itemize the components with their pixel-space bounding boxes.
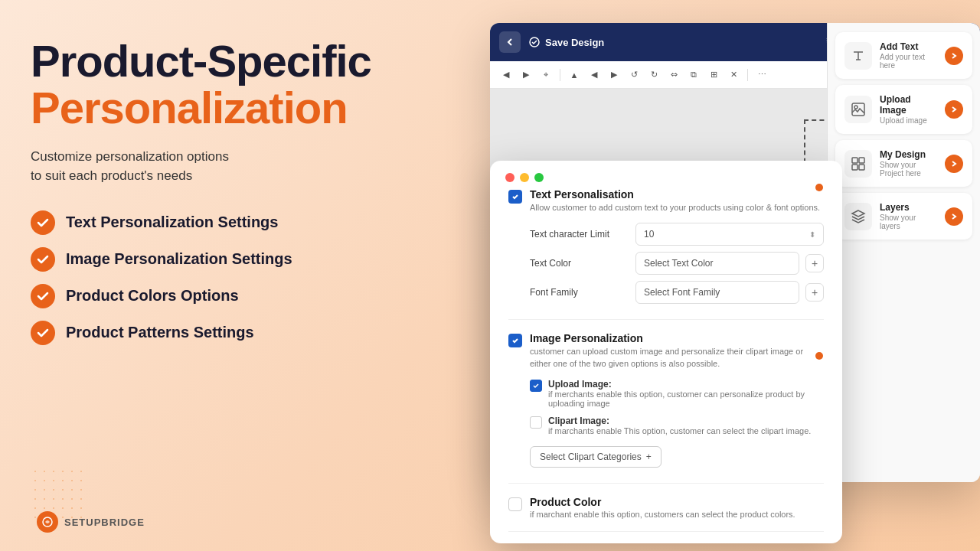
image-section-checkbox[interactable] — [508, 334, 522, 347]
font-family-select[interactable]: Select Font Family — [635, 281, 799, 304]
upload-image-desc: if merchants enable this option, custome… — [548, 390, 824, 408]
svg-rect-7 — [859, 158, 864, 163]
font-family-add-button[interactable]: + — [805, 283, 824, 302]
char-limit-input[interactable]: 10 ⬍ — [635, 223, 824, 246]
text-icon — [844, 42, 872, 70]
panel-item-upload-image[interactable]: Upload Image Upload image — [835, 85, 972, 134]
mac-minimize-dot[interactable] — [520, 173, 529, 182]
product-color-desc: if marchant enable this option, customer… — [530, 510, 795, 519]
rotate-left-btn[interactable]: ↺ — [626, 67, 642, 83]
title-line1: Product-Specific — [31, 36, 371, 86]
panel-item-layers[interactable]: Layers Show your layers — [835, 193, 972, 240]
back-button[interactable] — [499, 31, 521, 53]
font-family-label: Font Family — [530, 287, 629, 298]
char-limit-stepper[interactable]: ⬍ — [809, 230, 815, 239]
panel-title-design: My Design — [880, 149, 937, 160]
text-color-select[interactable]: Select Text Color — [635, 252, 799, 275]
check-icon-1 — [31, 210, 55, 235]
text-color-add-button[interactable]: + — [805, 254, 824, 272]
svg-rect-6 — [852, 158, 858, 163]
redo-button[interactable]: ▶ — [518, 67, 534, 83]
image-section-desc: customer can upload custom image and per… — [530, 346, 824, 370]
text-color-placeholder: Select Text Color — [644, 258, 714, 269]
panel-sub-layers: Show your layers — [880, 214, 937, 230]
panel-sub-upload: Upload image — [880, 116, 937, 125]
upload-icon — [844, 96, 872, 123]
product-color-checkbox[interactable] — [508, 497, 522, 511]
check-icon-3 — [31, 284, 55, 308]
brand-name: SETUPBRIDGE — [64, 517, 145, 528]
plus-icon: + — [646, 452, 652, 462]
connector-dot-2 — [815, 352, 823, 360]
mac-fullscreen-dot[interactable] — [534, 173, 544, 182]
panel-sub-design: Show your Project here — [880, 161, 937, 178]
mac-dots — [505, 173, 544, 182]
clipart-image-checkbox[interactable] — [530, 416, 542, 429]
clipart-image-row: Clipart Image: if marchants enable This … — [508, 416, 824, 435]
text-personalization-section: Text Personalisation Allow customer to a… — [508, 188, 824, 304]
title-line2: Personalization — [31, 85, 398, 132]
undo-button[interactable]: ◀ — [498, 67, 514, 83]
panel-title-text: Add Text — [880, 41, 937, 52]
feature-text-2: Image Personalization Settings — [66, 250, 292, 268]
align-button[interactable]: ⌖ — [537, 67, 554, 83]
feature-text-4: Product Patterns Settings — [66, 324, 254, 341]
upload-image-label: Upload Image: — [548, 379, 824, 390]
save-design-label: Save Design — [545, 37, 604, 48]
subtitle: Customize personalization optionsto suit… — [31, 147, 398, 186]
upload-image-checkbox[interactable] — [530, 380, 542, 392]
select-clipart-categories-button[interactable]: Select Clipart Categories + — [530, 446, 662, 468]
save-design-button[interactable]: Save Design — [528, 36, 604, 48]
panel-arrow-layers[interactable] — [945, 207, 963, 226]
more-btn[interactable]: ⋯ — [753, 67, 770, 83]
main-title: Product-Specific Personalization — [31, 38, 398, 132]
check-icon-4 — [31, 321, 55, 345]
left-section: Product-Specific Personalization Customi… — [31, 38, 398, 345]
rotate-right-btn[interactable]: ↻ — [645, 67, 662, 83]
product-color-title: Product Color — [530, 496, 795, 508]
svg-rect-4 — [852, 103, 864, 116]
product-pattern-section: Product pattern if marchant enable this … — [508, 531, 824, 543]
right-panel: Add Text Add your text here — [827, 23, 980, 482]
toolbar-sep-2 — [747, 69, 748, 81]
settings-modal: Text Personalisation Allow customer to a… — [490, 161, 842, 543]
layers-icon — [844, 203, 872, 230]
feature-item-4: Product Patterns Settings — [31, 321, 398, 345]
panel-arrow-upload[interactable] — [945, 100, 963, 119]
arrow-up-btn[interactable]: ▲ — [566, 67, 583, 83]
panel-arrow-design[interactable] — [945, 155, 963, 173]
brand-logo-icon — [37, 511, 58, 533]
panel-title-upload: Upload Image — [880, 94, 937, 116]
arrow-right-btn[interactable]: ▶ — [606, 67, 622, 83]
panel-item-my-design[interactable]: My Design Show your Project here — [835, 140, 972, 187]
text-section-title: Text Personalisation — [530, 188, 820, 201]
copy-btn[interactable]: ⧉ — [685, 67, 702, 83]
feature-list: Text Personalization Settings Image Pers… — [31, 210, 398, 345]
char-limit-row: Text character Limit 10 ⬍ — [508, 223, 824, 246]
font-family-row: Font Family Select Font Family + — [508, 281, 824, 304]
image-personalization-section: Image Personalization customer can uploa… — [508, 332, 824, 468]
text-section-checkbox[interactable] — [508, 190, 522, 204]
design-icon — [844, 150, 872, 178]
clipart-image-desc: if marchants enable This option, custome… — [548, 426, 811, 435]
text-section-desc: Allow customer to add custom text to you… — [530, 202, 820, 214]
editor-container: Save Design ₹ 1220.00 Add To Cart ◀ ▶ ⌖ … — [467, 23, 980, 528]
flip-btn[interactable]: ⇔ — [665, 67, 682, 83]
panel-sub-text: Add your text here — [880, 53, 937, 70]
svg-rect-8 — [852, 165, 858, 170]
char-limit-label: Text character Limit — [530, 229, 629, 240]
mac-close-dot[interactable] — [505, 173, 514, 182]
delete-btn[interactable]: ✕ — [725, 67, 742, 83]
clipart-btn-label: Select Clipart Categories — [540, 452, 642, 462]
panel-arrow-text[interactable] — [945, 47, 963, 65]
connector-dot-1 — [815, 184, 823, 191]
char-limit-value: 10 — [644, 229, 654, 240]
feature-item-1: Text Personalization Settings — [31, 210, 398, 235]
panel-item-add-text[interactable]: Add Text Add your text here — [835, 32, 972, 79]
svg-point-5 — [854, 106, 858, 109]
arrow-left-btn[interactable]: ◀ — [586, 67, 603, 83]
paste-btn[interactable]: ⊞ — [705, 67, 722, 83]
modal-body: Text Personalisation Allow customer to a… — [490, 161, 842, 543]
font-family-placeholder: Select Font Family — [644, 287, 720, 298]
image-section-title: Image Personalization — [530, 332, 824, 344]
